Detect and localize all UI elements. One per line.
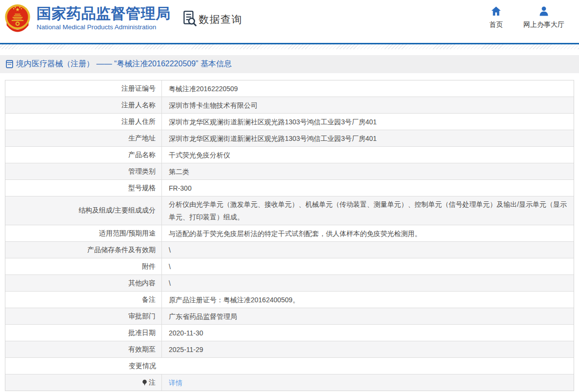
header-nav: 首页 网上办事大厅	[489, 5, 564, 29]
note-icon	[142, 379, 147, 386]
row-label: 审批部门	[5, 308, 162, 324]
table-row: 产品名称 干式荧光免疫分析仪	[5, 147, 574, 163]
table-row: 结构及组成/主要组成成分 分析仪由光学单元（激发单元、接收单元）、机械单元（传动…	[5, 196, 574, 225]
site-subtitle: National Medical Products Administration	[37, 23, 171, 31]
row-label: 附件	[5, 258, 162, 274]
row-value: 深圳市龙华区观澜街道新澜社区观光路1303号鸿信工业园3号厂房401	[162, 130, 574, 146]
row-label: 结构及组成/主要组成成分	[5, 196, 162, 225]
table-row: 生产地址 深圳市龙华区观澜街道新澜社区观光路1303号鸿信工业园3号厂房401	[5, 130, 574, 147]
row-label: 注册证编号	[5, 80, 162, 97]
page: 国家药品监督管理局 National Medical Products Admi…	[0, 0, 579, 391]
table-row: 注册人名称 深圳市博卡生物技术有限公司	[5, 97, 574, 114]
nav-home-label: 首页	[489, 20, 503, 29]
table-row: 管理类别 第二类	[5, 163, 574, 180]
row-label: 有效期至	[5, 341, 162, 357]
row-value: 与适配的基于荧光免疫层析法的特定干式试剂配套，供人体样本的免疫荧光检测用。	[162, 225, 574, 241]
row-value: 干式荧光免疫分析仪	[162, 147, 574, 163]
hatch-band	[0, 44, 579, 49]
nav-online-hall[interactable]: 网上办事大厅	[523, 5, 564, 29]
row-value: 2020-11-30	[162, 325, 574, 341]
row-value	[162, 358, 574, 374]
site-logo[interactable]: 国家药品监督管理局 National Medical Products Admi…	[4, 3, 171, 33]
row-label: 批准日期	[5, 325, 162, 341]
table-row: 适用范围/预期用途 与适配的基于荧光免疫层析法的特定干式试剂配套，供人体样本的免…	[5, 225, 574, 242]
national-emblem-icon	[4, 3, 31, 33]
row-value: 深圳市博卡生物技术有限公司	[162, 97, 574, 113]
breadcrumb-text: 境内医疗器械（注册） —— “粤械注准20162220509” 基本信息	[16, 59, 232, 69]
row-value: 原产品注册证号：粤械注准20162400509。	[162, 292, 574, 308]
table-row: 注册人住所 深圳市龙华区观澜街道新澜社区观光路1303号鸿信工业园3号厂房401	[5, 114, 574, 130]
row-label: 备注	[5, 292, 162, 308]
data-query-label: 数据查询	[199, 13, 242, 26]
detail-link[interactable]: 详情	[169, 376, 182, 389]
data-query-section[interactable]: 数据查询	[181, 10, 242, 26]
nav-online-hall-label: 网上办事大厅	[523, 20, 564, 29]
row-value: 分析仪由光学单元（激发单元、接收单元）、机械单元（传动装置、测量单元）、控制单元…	[162, 196, 574, 225]
site-header: 国家药品监督管理局 National Medical Products Admi…	[0, 0, 579, 43]
row-label: 变更情况	[5, 358, 162, 374]
info-table: 注册证编号 粤械注准20162220509 注册人名称 深圳市博卡生物技术有限公…	[5, 80, 574, 391]
row-value: 第二类	[162, 163, 574, 179]
row-value: \	[162, 258, 574, 274]
table-row: 型号规格 FR-300	[5, 180, 574, 196]
table-row: 备注 原产品注册证号：粤械注准20162400509。	[5, 292, 574, 308]
row-label: 生产地址	[5, 130, 162, 146]
row-label: 产品储存条件及有效期	[5, 242, 162, 258]
table-row: 其他内容 \	[5, 275, 574, 292]
note-label: 注	[149, 378, 156, 387]
data-query-icon	[181, 10, 197, 26]
row-label: 注册人名称	[5, 97, 162, 113]
row-label: 型号规格	[5, 180, 162, 196]
row-label: 管理类别	[5, 163, 162, 179]
table-row: 附件 \	[5, 258, 574, 275]
row-label: 产品名称	[5, 147, 162, 163]
site-title: 国家药品监督管理局	[37, 5, 171, 22]
table-row: 产品储存条件及有效期 \	[5, 242, 574, 258]
row-value: FR-300	[162, 180, 574, 196]
row-value: 深圳市龙华区观澜街道新澜社区观光路1303号鸿信工业园3号厂房401	[162, 114, 574, 130]
logo-text: 国家药品监督管理局 National Medical Products Admi…	[37, 5, 171, 31]
table-row: 变更情况	[5, 358, 574, 374]
row-value: 2025-11-29	[162, 341, 574, 357]
breadcrumb: 境内医疗器械（注册） —— “粤械注准20162220509” 基本信息	[0, 55, 579, 73]
table-row: 注 详情	[5, 374, 574, 391]
row-label: 注册人住所	[5, 114, 162, 130]
row-value: 详情	[162, 374, 574, 391]
row-label: 其他内容	[5, 275, 162, 291]
row-value: 广东省药品监督管理局	[162, 308, 574, 324]
document-icon	[6, 60, 13, 68]
row-value: 粤械注准20162220509	[162, 80, 574, 97]
home-icon	[490, 5, 502, 17]
table-row: 审批部门 广东省药品监督管理局	[5, 308, 574, 325]
row-value: \	[162, 275, 574, 291]
row-value: \	[162, 242, 574, 258]
row-label: 注	[5, 374, 162, 391]
row-label: 适用范围/预期用途	[5, 225, 162, 241]
table-row: 批准日期 2020-11-30	[5, 325, 574, 341]
nav-home[interactable]: 首页	[489, 5, 503, 29]
user-icon	[538, 5, 550, 17]
table-row: 有效期至 2025-11-29	[5, 341, 574, 358]
table-row: 注册证编号 粤械注准20162220509	[5, 80, 574, 97]
